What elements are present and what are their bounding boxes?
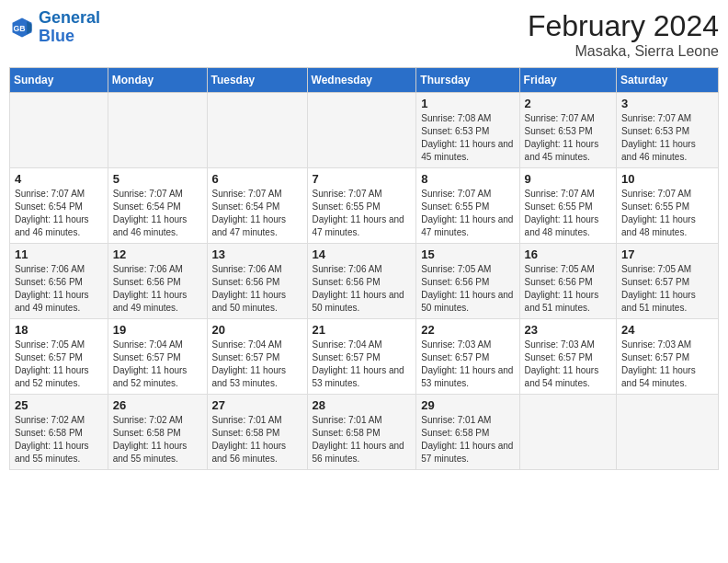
week-row-2: 4Sunrise: 7:07 AMSunset: 6:54 PMDaylight… [10, 168, 719, 244]
day-number: 29 [421, 398, 514, 412]
day-info: Sunrise: 7:07 AMSunset: 6:55 PMDaylight:… [313, 188, 412, 239]
day-info: Sunrise: 7:06 AMSunset: 6:56 PMDaylight:… [212, 263, 302, 315]
day-number: 25 [15, 398, 103, 412]
day-info: Sunrise: 7:05 AMSunset: 6:56 PMDaylight:… [525, 263, 611, 315]
calendar-cell: 14Sunrise: 7:06 AMSunset: 6:56 PMDayligh… [307, 244, 416, 319]
header-row: SundayMondayTuesdayWednesdayThursdayFrid… [10, 68, 719, 93]
day-info: Sunrise: 7:07 AMSunset: 6:53 PMDaylight:… [621, 112, 713, 164]
day-number: 4 [15, 172, 103, 186]
header-cell-sunday: Sunday [10, 68, 108, 93]
calendar-cell: 4Sunrise: 7:07 AMSunset: 6:54 PMDaylight… [10, 168, 108, 244]
day-number: 20 [212, 323, 302, 337]
calendar-cell: 17Sunrise: 7:05 AMSunset: 6:57 PMDayligh… [617, 244, 719, 319]
calendar-cell: 22Sunrise: 7:03 AMSunset: 6:57 PMDayligh… [416, 319, 519, 395]
day-info: Sunrise: 7:02 AMSunset: 6:58 PMDaylight:… [113, 414, 202, 465]
calendar-cell [519, 395, 616, 470]
calendar-cell [307, 93, 416, 168]
week-row-1: 1Sunrise: 7:08 AMSunset: 6:53 PMDaylight… [10, 93, 719, 168]
day-number: 15 [421, 247, 514, 261]
calendar-cell: 11Sunrise: 7:06 AMSunset: 6:56 PMDayligh… [10, 244, 108, 319]
calendar-cell: 27Sunrise: 7:01 AMSunset: 6:58 PMDayligh… [207, 395, 307, 470]
day-number: 10 [621, 172, 713, 186]
header-cell-tuesday: Tuesday [207, 68, 307, 93]
day-number: 8 [421, 172, 514, 186]
day-info: Sunrise: 7:01 AMSunset: 6:58 PMDaylight:… [212, 414, 302, 465]
logo-line1: General [39, 8, 100, 27]
calendar-cell: 3Sunrise: 7:07 AMSunset: 6:53 PMDaylight… [617, 93, 719, 168]
calendar-cell [10, 93, 108, 168]
day-info: Sunrise: 7:07 AMSunset: 6:53 PMDaylight:… [525, 112, 611, 164]
day-number: 12 [113, 247, 202, 261]
logo-line2: Blue [39, 27, 74, 45]
svg-text:GB: GB [13, 23, 25, 32]
day-number: 2 [525, 97, 611, 110]
calendar-cell: 1Sunrise: 7:08 AMSunset: 6:53 PMDaylight… [416, 93, 519, 168]
day-number: 22 [421, 323, 514, 337]
day-info: Sunrise: 7:04 AMSunset: 6:57 PMDaylight:… [313, 339, 412, 390]
calendar-cell: 5Sunrise: 7:07 AMSunset: 6:54 PMDaylight… [108, 168, 207, 244]
day-info: Sunrise: 7:01 AMSunset: 6:58 PMDaylight:… [313, 414, 412, 465]
day-info: Sunrise: 7:06 AMSunset: 6:56 PMDaylight:… [313, 263, 412, 315]
day-info: Sunrise: 7:06 AMSunset: 6:56 PMDaylight:… [113, 263, 202, 315]
calendar-cell [207, 93, 307, 168]
calendar-cell: 10Sunrise: 7:07 AMSunset: 6:55 PMDayligh… [617, 168, 719, 244]
calendar-cell [617, 395, 719, 470]
day-number: 9 [525, 172, 611, 186]
day-number: 23 [525, 323, 611, 337]
calendar-cell: 28Sunrise: 7:01 AMSunset: 6:58 PMDayligh… [307, 395, 416, 470]
calendar-table: SundayMondayTuesdayWednesdayThursdayFrid… [9, 67, 719, 470]
calendar-cell: 18Sunrise: 7:05 AMSunset: 6:57 PMDayligh… [10, 319, 108, 395]
day-number: 6 [212, 172, 302, 186]
week-row-5: 25Sunrise: 7:02 AMSunset: 6:58 PMDayligh… [10, 395, 719, 470]
header-cell-saturday: Saturday [617, 68, 719, 93]
day-info: Sunrise: 7:02 AMSunset: 6:58 PMDaylight:… [15, 414, 103, 465]
calendar-cell: 19Sunrise: 7:04 AMSunset: 6:57 PMDayligh… [108, 319, 207, 395]
logo: GB General Blue [9, 9, 100, 46]
day-info: Sunrise: 7:07 AMSunset: 6:55 PMDaylight:… [621, 188, 713, 239]
calendar-cell: 29Sunrise: 7:01 AMSunset: 6:58 PMDayligh… [416, 395, 519, 470]
day-number: 16 [525, 247, 611, 261]
day-number: 26 [113, 398, 202, 412]
day-number: 18 [15, 323, 103, 337]
calendar-cell: 25Sunrise: 7:02 AMSunset: 6:58 PMDayligh… [10, 395, 108, 470]
day-number: 27 [212, 398, 302, 412]
calendar-cell: 23Sunrise: 7:03 AMSunset: 6:57 PMDayligh… [519, 319, 616, 395]
title-section: February 2024 Masaka, Sierra Leone [528, 9, 719, 60]
calendar-cell: 2Sunrise: 7:07 AMSunset: 6:53 PMDaylight… [519, 93, 616, 168]
calendar-cell: 20Sunrise: 7:04 AMSunset: 6:57 PMDayligh… [207, 319, 307, 395]
calendar-cell: 26Sunrise: 7:02 AMSunset: 6:58 PMDayligh… [108, 395, 207, 470]
day-info: Sunrise: 7:03 AMSunset: 6:57 PMDaylight:… [421, 339, 514, 390]
day-number: 3 [621, 97, 713, 110]
day-info: Sunrise: 7:07 AMSunset: 6:55 PMDaylight:… [421, 188, 514, 239]
day-info: Sunrise: 7:03 AMSunset: 6:57 PMDaylight:… [621, 339, 713, 390]
day-info: Sunrise: 7:01 AMSunset: 6:58 PMDaylight:… [421, 414, 514, 465]
day-info: Sunrise: 7:04 AMSunset: 6:57 PMDaylight:… [212, 339, 302, 390]
header-cell-friday: Friday [519, 68, 616, 93]
day-number: 21 [313, 323, 412, 337]
day-info: Sunrise: 7:04 AMSunset: 6:57 PMDaylight:… [113, 339, 202, 390]
day-info: Sunrise: 7:03 AMSunset: 6:57 PMDaylight:… [525, 339, 611, 390]
day-number: 11 [15, 247, 103, 261]
header: GB General Blue February 2024 Masaka, Si… [9, 9, 719, 60]
week-row-3: 11Sunrise: 7:06 AMSunset: 6:56 PMDayligh… [10, 244, 719, 319]
day-number: 5 [113, 172, 202, 186]
day-info: Sunrise: 7:05 AMSunset: 6:57 PMDaylight:… [621, 263, 713, 315]
header-cell-monday: Monday [108, 68, 207, 93]
day-info: Sunrise: 7:08 AMSunset: 6:53 PMDaylight:… [421, 112, 514, 164]
calendar-cell: 9Sunrise: 7:07 AMSunset: 6:55 PMDaylight… [519, 168, 616, 244]
logo-icon: GB [9, 15, 35, 40]
calendar-cell: 13Sunrise: 7:06 AMSunset: 6:56 PMDayligh… [207, 244, 307, 319]
calendar-cell: 15Sunrise: 7:05 AMSunset: 6:56 PMDayligh… [416, 244, 519, 319]
day-info: Sunrise: 7:07 AMSunset: 6:54 PMDaylight:… [113, 188, 202, 239]
calendar-cell: 8Sunrise: 7:07 AMSunset: 6:55 PMDaylight… [416, 168, 519, 244]
day-info: Sunrise: 7:05 AMSunset: 6:56 PMDaylight:… [421, 263, 514, 315]
day-number: 14 [313, 247, 412, 261]
day-number: 13 [212, 247, 302, 261]
calendar-cell: 16Sunrise: 7:05 AMSunset: 6:56 PMDayligh… [519, 244, 616, 319]
logo-text: General Blue [39, 9, 100, 46]
day-number: 24 [621, 323, 713, 337]
calendar-cell [108, 93, 207, 168]
day-info: Sunrise: 7:07 AMSunset: 6:54 PMDaylight:… [15, 188, 103, 239]
calendar-cell: 24Sunrise: 7:03 AMSunset: 6:57 PMDayligh… [617, 319, 719, 395]
calendar-cell: 12Sunrise: 7:06 AMSunset: 6:56 PMDayligh… [108, 244, 207, 319]
